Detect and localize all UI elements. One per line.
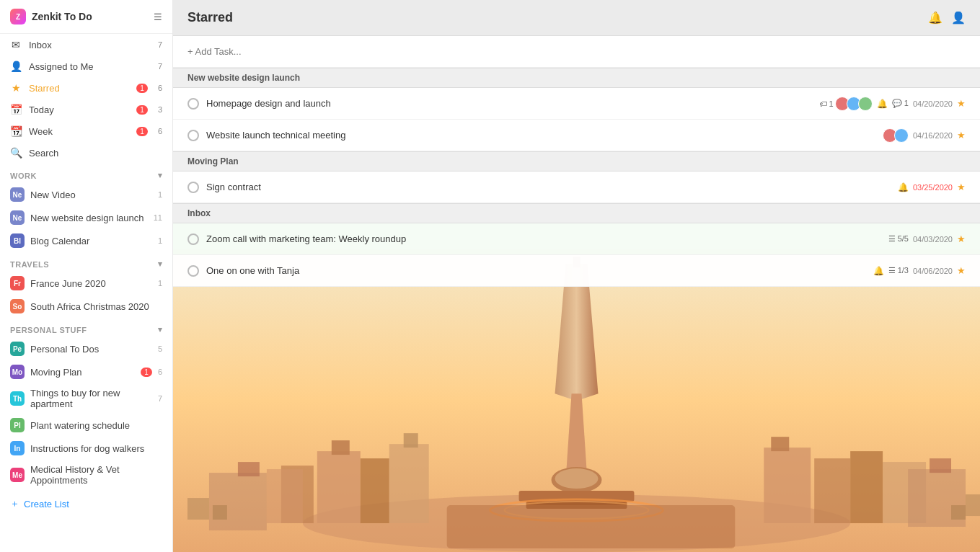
task-row-zoom-call[interactable]: Zoom call with marketing team: Weekly ro… — [173, 223, 980, 255]
list-name-blog-calendar: Blog Calendar — [30, 236, 152, 246]
svg-rect-15 — [209, 473, 267, 530]
sidebar-nav-inbox[interactable]: ✉Inbox7 — [0, 34, 172, 55]
section-chevron-personal[interactable]: ▾ — [158, 325, 163, 334]
assigned-icon: 👤 — [10, 61, 22, 72]
starred-icon: ★ — [10, 82, 22, 94]
header-icons: 🔔 👤 — [928, 11, 966, 25]
svg-rect-31 — [213, 505, 227, 520]
task-reminder-homepage: 🔔 — [877, 99, 888, 109]
sidebar-nav-search[interactable]: 🔍Search — [0, 142, 172, 164]
list-badge-medical: Me — [10, 468, 25, 482]
list-badge-dog-walkers: In — [10, 441, 25, 455]
task-checkbox-zoom-call[interactable] — [187, 233, 199, 245]
list-item-blog-calendar[interactable]: BlBlog Calendar1 — [0, 229, 172, 252]
task-row-one-on-one[interactable]: One on one with Tanja🔔☰ 1/304/06/2020★ — [173, 255, 980, 287]
svg-rect-24 — [930, 458, 951, 473]
svg-rect-13 — [389, 444, 429, 523]
task-checkbox-website-launch[interactable] — [187, 130, 199, 141]
list-item-medical[interactable]: MeMedical History & Vet Appointments — [0, 460, 172, 490]
create-list-button[interactable]: ＋ Create List — [0, 490, 172, 517]
app-icon: Z — [10, 9, 26, 25]
assigned-label: Assigned to Me — [29, 61, 151, 72]
task-star-sign-contract[interactable]: ★ — [957, 182, 966, 192]
section-chevron-travels[interactable]: ▾ — [158, 259, 163, 269]
starred-overdue-badge: 1 — [136, 84, 148, 93]
task-avatar-website-launch-1 — [894, 128, 909, 143]
sidebar-nav-starred[interactable]: ★Starred16 — [0, 77, 172, 99]
notification-icon[interactable]: 🔔 — [928, 11, 943, 25]
task-date-zoom-call: 04/03/2020 — [913, 235, 953, 244]
week-count: 6 — [158, 127, 162, 135]
task-star-zoom-call[interactable]: ★ — [957, 233, 966, 244]
section-header-personal: PERSONAL STUFF▾ — [0, 318, 172, 337]
list-name-new-website: New website design launch — [30, 213, 148, 223]
week-icon: 📆 — [10, 125, 22, 137]
task-row-sign-contract[interactable]: Sign contract🔔03/25/2020★ — [173, 172, 980, 203]
list-name-things-buy: Things to buy for new apartment — [30, 388, 152, 409]
today-label: Today — [29, 104, 129, 115]
list-count-france: 1 — [158, 279, 162, 288]
group-header-moving-plan: Moving Plan — [173, 151, 980, 172]
task-date-homepage: 04/20/2020 — [913, 99, 953, 108]
task-reminder-one-on-one: 🔔 — [873, 266, 884, 276]
list-item-france[interactable]: FrFrance June 20201 — [0, 272, 172, 295]
hamburger-button[interactable]: ☰ — [154, 12, 162, 22]
assigned-count: 7 — [158, 62, 162, 71]
inbox-count: 7 — [158, 40, 162, 49]
task-groups: New website design launchHomepage design… — [173, 68, 980, 287]
task-date-website-launch: 04/16/2020 — [913, 131, 953, 140]
task-checklist-one-on-one: ☰ 1/3 — [888, 266, 909, 275]
list-item-plant-watering[interactable]: PlPlant watering schedule — [0, 414, 172, 437]
task-star-website-launch[interactable]: ★ — [957, 130, 966, 141]
list-badge-new-website: Ne — [10, 210, 25, 225]
sidebar-nav-assigned[interactable]: 👤Assigned to Me7 — [0, 55, 172, 77]
task-name-one-on-one: One on one with Tanja — [206, 265, 866, 276]
svg-rect-17 — [267, 469, 303, 523]
list-item-new-website[interactable]: NeNew website design launch11 — [0, 206, 172, 229]
list-item-south-africa[interactable]: SoSouth Africa Christmas 2020 — [0, 295, 172, 318]
list-badge-plant-watering: Pl — [10, 418, 25, 432]
svg-rect-19 — [771, 437, 789, 451]
task-name-sign-contract: Sign contract — [206, 182, 891, 192]
svg-rect-27 — [447, 505, 736, 548]
sidebar-header: Z Zenkit To Do ☰ — [0, 0, 172, 34]
list-name-new-video: New Video — [30, 190, 152, 200]
page-title: Starred — [187, 10, 928, 25]
avatar-icon[interactable]: 👤 — [951, 11, 966, 25]
task-row-website-launch[interactable]: Website launch technical meeting04/16/20… — [173, 120, 980, 151]
svg-rect-12 — [361, 458, 389, 523]
nav-section: ✉Inbox7👤Assigned to Me7★Starred16📅Today1… — [0, 34, 172, 164]
list-badge-new-video: Ne — [10, 187, 25, 202]
task-checkbox-one-on-one[interactable] — [187, 265, 199, 277]
list-item-new-video[interactable]: NeNew Video1 — [0, 183, 172, 206]
section-personal: PERSONAL STUFF▾PePersonal To Dos5MoMovin… — [0, 318, 172, 490]
add-task-bar — [173, 36, 980, 68]
tasks-container: New website design launchHomepage design… — [173, 36, 980, 287]
task-avatar-homepage-2 — [858, 97, 873, 111]
list-item-moving-plan[interactable]: MoMoving Plan16 — [0, 360, 172, 383]
task-star-one-on-one[interactable]: ★ — [957, 265, 966, 276]
list-item-things-buy[interactable]: ThThings to buy for new apartment7 — [0, 383, 172, 414]
task-star-homepage[interactable]: ★ — [957, 98, 966, 109]
svg-rect-16 — [238, 462, 260, 476]
task-checkbox-sign-contract[interactable] — [187, 182, 199, 193]
svg-point-6 — [555, 468, 599, 489]
sidebar-nav-week[interactable]: 📆Week16 — [0, 120, 172, 142]
task-date-sign-contract: 03/25/2020 — [913, 183, 953, 192]
task-row-homepage[interactable]: Homepage design and launch🏷 1🔔💬 104/20/2… — [173, 88, 980, 120]
list-count-moving-plan: 6 — [158, 368, 162, 376]
list-count-new-website: 11 — [154, 213, 162, 222]
task-reminder-sign-contract: 🔔 — [898, 182, 909, 192]
task-checkbox-homepage[interactable] — [187, 98, 199, 110]
svg-rect-28 — [966, 494, 980, 516]
add-task-input[interactable] — [173, 36, 980, 67]
today-count: 3 — [158, 105, 162, 114]
svg-rect-10 — [332, 440, 350, 455]
list-item-personal-todos[interactable]: PePersonal To Dos5 — [0, 337, 172, 360]
section-chevron-work[interactable]: ▾ — [158, 171, 163, 180]
list-item-dog-walkers[interactable]: InInstructions for dog walkers — [0, 437, 172, 460]
sidebar-nav-today[interactable]: 📅Today13 — [0, 99, 172, 120]
svg-rect-20 — [814, 458, 850, 523]
task-meta-one-on-one: 🔔☰ 1/304/06/2020★ — [873, 265, 966, 276]
task-meta-website-launch: 04/16/2020★ — [886, 128, 966, 143]
